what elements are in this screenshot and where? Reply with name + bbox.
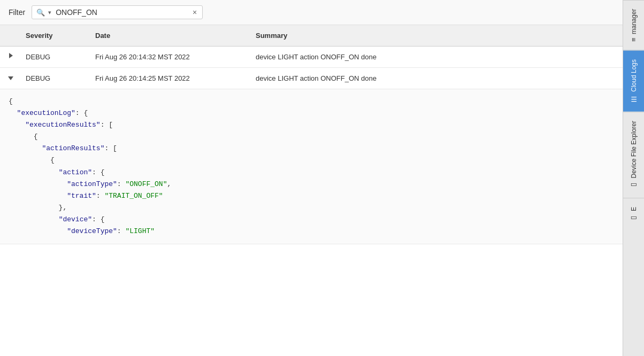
date-cell: Fri Aug 26 20:14:25 MST 2022: [91, 68, 251, 89]
severity-cell: DEBUG: [21, 68, 91, 89]
filter-dropdown-icon[interactable]: ▾: [48, 9, 51, 16]
device-file-explorer-icon: ▭: [630, 181, 638, 189]
sidebar-tab-extra-label: E: [630, 207, 638, 211]
filter-input[interactable]: [56, 8, 188, 17]
sidebar-tab-extra[interactable]: ▭ E: [623, 198, 644, 231]
sidebar-tab-device-file-explorer-label: Device File Explorer: [630, 121, 638, 178]
manager-icon: ≡: [630, 37, 638, 42]
summary-cell: device LIGHT action ONOFF_ON done: [251, 47, 623, 67]
col-summary: Summary: [251, 28, 623, 43]
search-icon: 🔍: [36, 9, 45, 17]
right-sidebar: ≡ manager ☰ Cloud Logs ▭ Device File Exp…: [623, 0, 644, 356]
filter-input-wrapper: 🔍 ▾ ×: [32, 5, 203, 19]
sidebar-tab-cloud-logs-label: Cloud Logs: [630, 59, 638, 92]
sidebar-tab-cloud-logs[interactable]: ☰ Cloud Logs: [623, 50, 644, 112]
sidebar-tab-manager[interactable]: ≡ manager: [623, 0, 644, 50]
table-row: DEBUG Fri Aug 26 20:14:32 MST 2022 devic…: [0, 47, 623, 68]
filter-label: Filter: [9, 8, 25, 17]
sidebar-tab-manager-label: manager: [630, 9, 638, 34]
main-area: Filter 🔍 ▾ × Severity Date Summary DEBUG…: [0, 0, 623, 356]
table-header: Severity Date Summary: [0, 25, 623, 47]
cloud-logs-icon: ☰: [630, 95, 638, 103]
row-detail: { "executionLog": { "executionResults": …: [0, 89, 623, 244]
table-rows: DEBUG Fri Aug 26 20:14:32 MST 2022 devic…: [0, 47, 623, 356]
chevron-down-icon: [8, 76, 13, 80]
col-severity: Severity: [21, 28, 91, 43]
filter-clear-button[interactable]: ×: [191, 9, 198, 16]
summary-cell: device LIGHT action ONOFF_ON done: [251, 68, 623, 89]
extra-icon: ▭: [630, 214, 638, 222]
col-date: Date: [91, 28, 251, 43]
chevron-right-icon: [9, 53, 13, 58]
date-cell: Fri Aug 26 20:14:32 MST 2022: [91, 47, 251, 67]
sidebar-tab-device-file-explorer[interactable]: ▭ Device File Explorer: [623, 112, 644, 198]
row-expand-button[interactable]: [0, 47, 21, 65]
severity-cell: DEBUG: [21, 47, 91, 67]
filter-bar: Filter 🔍 ▾ ×: [0, 0, 623, 25]
table-row-expanded: DEBUG Fri Aug 26 20:14:25 MST 2022 devic…: [0, 68, 623, 244]
row-collapse-button[interactable]: [0, 70, 21, 87]
row-main: DEBUG Fri Aug 26 20:14:25 MST 2022 devic…: [0, 68, 623, 89]
col-expand: [0, 28, 21, 43]
